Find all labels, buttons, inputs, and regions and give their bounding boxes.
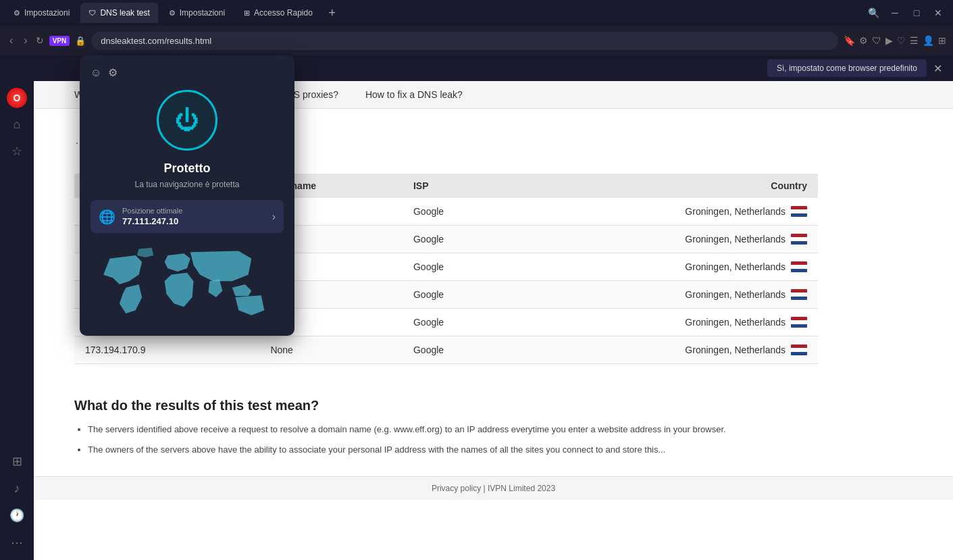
world-map-svg: [91, 244, 284, 325]
close-notification-button[interactable]: ✕: [933, 62, 942, 75]
globe-icon: 🌐: [99, 209, 115, 225]
url-input[interactable]: [91, 32, 838, 50]
vpn-location-row[interactable]: 🌐 Posizione ottimale 77.111.247.10 ›: [91, 200, 284, 233]
sidebar-icon-bookmarks[interactable]: ☆: [6, 141, 28, 162]
tab-impostazioni-2[interactable]: ⚙ Impostazioni: [161, 3, 233, 23]
notification-text: Sì, impostato come browser predefinito: [777, 63, 917, 73]
vpn-popup: ☺ ⚙ ⏻ Protetto La tua navigazione è prot…: [80, 55, 294, 336]
what-results-list: The servers identified above receive a r…: [88, 423, 912, 456]
tab-accesso-rapido[interactable]: ⊞ Accesso Rapido: [236, 3, 321, 23]
col-isp: ISP: [403, 174, 513, 198]
user-icon[interactable]: ⚙: [859, 35, 868, 46]
minimize-button[interactable]: ─: [885, 3, 904, 22]
title-bar: ⚙ Impostazioni 🛡 DNS leak test ⚙ Imposta…: [0, 0, 953, 26]
bookmark-icon[interactable]: 🔖: [844, 35, 855, 46]
sidebar-icon-home[interactable]: ⌂: [6, 113, 28, 135]
vpn-power-button[interactable]: ⏻: [157, 90, 217, 151]
list-item: The servers identified above receive a r…: [88, 423, 912, 436]
tab-favicon-3: ⚙: [169, 9, 176, 18]
location-info: Posizione ottimale 77.111.247.10: [122, 207, 272, 226]
location-ip: 77.111.247.10: [122, 216, 272, 226]
address-bar-actions: 🔖 ⚙ 🛡 ▶ ♡ ☰ 👤 ⊞: [844, 35, 946, 46]
default-browser-message: Sì, impostato come browser predefinito: [767, 59, 927, 77]
cell-isp: Google: [403, 198, 513, 226]
back-button[interactable]: ‹: [7, 32, 16, 49]
cell-isp: Google: [403, 253, 513, 281]
sidebar-icon-apps[interactable]: ⊞: [6, 451, 28, 472]
tab-dns-leak[interactable]: 🛡 DNS leak test: [80, 3, 157, 23]
cell-isp: Google: [403, 226, 513, 253]
sidebar: O ⌂ ☆ ⊞ ♪ 🕐 ⋯: [0, 81, 34, 560]
cell-isp: Google: [403, 336, 513, 364]
cell-country: Groningen, Netherlands: [513, 281, 818, 309]
netherlands-flag: [791, 289, 807, 300]
vpn-badge: VPN: [49, 36, 70, 46]
browser-frame: ⚙ Impostazioni 🛡 DNS leak test ⚙ Imposta…: [0, 0, 953, 560]
page-footer: Privacy policy | IVPN Limited 2023: [34, 476, 953, 500]
tab-favicon-2: 🛡: [88, 9, 96, 17]
netherlands-flag: [791, 206, 807, 217]
play-icon[interactable]: ▶: [885, 35, 893, 46]
extensions-icon[interactable]: ⊞: [938, 35, 946, 46]
sidebar-icon-history[interactable]: 🕐: [6, 505, 28, 526]
nav-link-fix-dns[interactable]: How to fix a DNS leak?: [365, 89, 463, 100]
location-label: Posizione ottimale: [122, 207, 272, 215]
close-button[interactable]: ✕: [929, 3, 948, 22]
tab-impostazioni-1[interactable]: ⚙ Impostazioni: [5, 3, 78, 23]
netherlands-flag: [791, 345, 807, 355]
tab-favicon-4: ⊞: [244, 9, 250, 18]
search-button[interactable]: 🔍: [864, 3, 883, 22]
cell-country: Groningen, Netherlands: [513, 226, 818, 253]
forward-button[interactable]: ›: [21, 32, 30, 49]
address-bar: ‹ › ↻ VPN 🔒 🔖 ⚙ 🛡 ▶ ♡ ☰ 👤 ⊞: [0, 26, 953, 55]
what-results-title: What do the results of this test mean?: [74, 398, 912, 413]
vpn-status-title: Protetto: [91, 161, 284, 176]
tab-favicon-1: ⚙: [14, 9, 20, 18]
cell-ip: 173.194.170.9: [74, 336, 259, 364]
cell-country: Groningen, Netherlands: [513, 336, 818, 364]
cell-country: Groningen, Netherlands: [513, 309, 818, 336]
lock-icon: 🔒: [75, 36, 86, 46]
cell-country: Groningen, Netherlands: [513, 253, 818, 281]
tab-label-4: Accesso Rapido: [254, 8, 313, 18]
account-icon[interactable]: 👤: [923, 35, 934, 46]
cell-isp: Google: [403, 309, 513, 336]
sidebar-icon-more[interactable]: ⋯: [6, 532, 28, 553]
tab-label-3: Impostazioni: [180, 8, 225, 18]
opera-logo[interactable]: O: [7, 88, 27, 108]
netherlands-flag: [791, 317, 807, 328]
what-results-section: What do the results of this test mean? T…: [34, 378, 953, 476]
footer-text: Privacy policy | IVPN Limited 2023: [432, 484, 555, 493]
netherlands-flag: [791, 261, 807, 272]
cell-country: Groningen, Netherlands: [513, 198, 818, 226]
table-row: 173.194.170.9NoneGoogle Groningen, Nethe…: [74, 336, 818, 364]
window-controls: 🔍 ─ □ ✕: [864, 3, 948, 22]
power-icon: ⏻: [175, 106, 199, 134]
world-map: [91, 244, 284, 325]
vpn-power-container: ⏻: [91, 90, 284, 151]
tab-label-2: DNS leak test: [100, 8, 149, 18]
menu-icon[interactable]: ☰: [910, 35, 919, 46]
refresh-button[interactable]: ↻: [36, 35, 44, 46]
new-tab-button[interactable]: +: [324, 4, 341, 22]
list-item: The owners of the servers above have the…: [88, 443, 912, 457]
settings-icon-button[interactable]: ⚙: [108, 66, 118, 79]
smiley-icon-button[interactable]: ☺: [91, 66, 101, 79]
col-country: Country: [513, 174, 818, 198]
cell-isp: Google: [403, 281, 513, 309]
popup-top-icons: ☺ ⚙: [91, 66, 284, 79]
netherlands-flag: [791, 234, 807, 245]
tab-label-1: Impostazioni: [24, 8, 70, 18]
heart-icon[interactable]: ♡: [897, 35, 906, 46]
shield-icon[interactable]: 🛡: [872, 35, 881, 46]
chevron-right-icon: ›: [272, 211, 276, 223]
sidebar-icon-music[interactable]: ♪: [6, 478, 28, 499]
maximize-button[interactable]: □: [907, 3, 926, 22]
vpn-status-subtitle: La tua navigazione è protetta: [91, 180, 284, 189]
cell-hostname: None: [259, 336, 403, 364]
